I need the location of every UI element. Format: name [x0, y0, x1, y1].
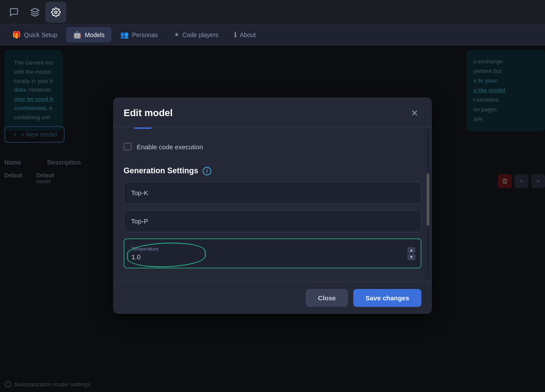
modal-scrollbar[interactable] — [427, 128, 429, 279]
about-icon: ℹ — [234, 31, 237, 39]
accent-line — [134, 127, 152, 129]
personas-icon: 👥 — [120, 31, 129, 39]
generation-settings-label: Generation Settings — [124, 166, 198, 175]
tab-code-players-label: Code players — [183, 31, 219, 38]
models-icon: 🤖 — [73, 31, 82, 39]
main-content: The Gemini mowith the modellocally in yo… — [0, 45, 545, 392]
tab-quick-setup-label: Quick Setup — [24, 31, 57, 38]
temperature-field[interactable]: Temperature 1.0 ▲ ▼ — [124, 238, 421, 268]
temperature-label: Temperature — [131, 246, 414, 251]
svg-point-1 — [55, 11, 57, 14]
chat-icon-btn[interactable] — [3, 2, 24, 23]
nav-tabs: 🎁 Quick Setup 🤖 Models 👥 Personas ✴ Code… — [0, 24, 545, 45]
temperature-increment-btn[interactable]: ▲ — [407, 247, 415, 253]
modal-scrollbar-thumb — [427, 173, 429, 226]
top-p-field[interactable]: Top-P — [124, 210, 421, 232]
layers-icon-btn[interactable] — [24, 2, 45, 23]
tab-about[interactable]: ℹ About — [227, 27, 263, 42]
modal-overlay: Edit model ✕ Enable code execution Gener… — [0, 45, 545, 392]
modal-footer: Close Save changes — [113, 282, 432, 314]
tab-about-label: About — [240, 31, 256, 38]
quick-setup-icon: 🎁 — [12, 31, 21, 39]
top-icon-bar — [0, 0, 545, 24]
code-players-icon: ✴ — [174, 31, 179, 39]
tab-models-label: Models — [85, 31, 104, 38]
temperature-spinner: ▲ ▼ — [407, 247, 415, 260]
tab-quick-setup[interactable]: 🎁 Quick Setup — [5, 27, 64, 42]
enable-code-execution-label: Enable code execution — [137, 143, 203, 151]
modal-title: Edit model — [124, 107, 172, 119]
close-x-icon: ✕ — [411, 108, 418, 118]
tab-models[interactable]: 🤖 Models — [66, 27, 111, 42]
enable-code-execution-checkbox[interactable] — [124, 143, 131, 151]
generation-settings-heading: Generation Settings i — [124, 166, 421, 175]
temperature-value: 1.0 — [131, 253, 141, 261]
edit-model-modal: Edit model ✕ Enable code execution Gener… — [113, 97, 432, 314]
modal-close-x-button[interactable]: ✕ — [407, 106, 421, 120]
top-p-value: Top-P — [131, 217, 148, 225]
enable-code-execution-row: Enable code execution — [124, 136, 421, 158]
modal-body[interactable]: Enable code execution Generation Setting… — [113, 127, 432, 282]
top-k-value: Top-K — [131, 189, 148, 196]
generation-settings-info-icon[interactable]: i — [203, 167, 211, 175]
save-changes-button[interactable]: Save changes — [353, 289, 421, 307]
close-button[interactable]: Close — [306, 289, 348, 307]
temperature-decrement-btn[interactable]: ▼ — [407, 254, 415, 260]
svg-marker-0 — [31, 8, 39, 12]
modal-header: Edit model ✕ — [113, 97, 432, 127]
tab-personas[interactable]: 👥 Personas — [113, 27, 165, 42]
tab-code-players[interactable]: ✴ Code players — [167, 27, 226, 42]
settings-icon-btn[interactable] — [45, 2, 66, 23]
top-k-field[interactable]: Top-K — [124, 182, 421, 204]
tab-personas-label: Personas — [132, 31, 158, 38]
